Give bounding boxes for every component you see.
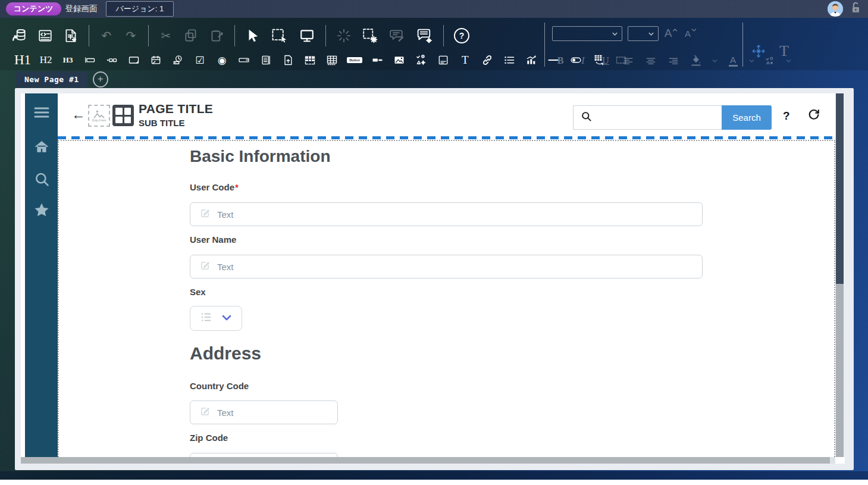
- radio-icon[interactable]: ◉: [215, 52, 229, 68]
- field-label-user-code: User Code*: [190, 182, 239, 192]
- help-question-glyph: ?: [454, 28, 469, 43]
- toolbar: ↶ ↷ ✂: [0, 18, 868, 70]
- image-drop-placeholder[interactable]: Drop it here: [88, 105, 110, 127]
- user-name-text-input[interactable]: [216, 255, 702, 279]
- comment-edit-icon[interactable]: [388, 27, 405, 44]
- fill-color-caret[interactable]: [712, 52, 717, 69]
- tab-new-page-1[interactable]: New Page #1: [16, 71, 87, 87]
- timepicker-icon[interactable]: [171, 52, 185, 68]
- bullet-list-icon[interactable]: [502, 52, 516, 68]
- select-cursor-icon[interactable]: [245, 27, 261, 44]
- select-area-icon[interactable]: [271, 27, 289, 44]
- table-icon[interactable]: [303, 52, 317, 68]
- symbol-color-caret[interactable]: [785, 52, 791, 69]
- design-panel: ← Drop it here PAGE TITLE SUB TITLE: [15, 88, 854, 470]
- cut-icon[interactable]: ✂: [159, 27, 173, 44]
- separator: [148, 25, 149, 46]
- font-increase-icon[interactable]: A: [664, 25, 678, 42]
- redo-icon[interactable]: ↷: [124, 27, 138, 44]
- font-family-select[interactable]: [552, 26, 622, 41]
- text-format-group: B I U A: [553, 52, 791, 69]
- align-right-icon[interactable]: [666, 52, 681, 69]
- align-left-icon[interactable]: [621, 52, 635, 69]
- heading2-icon[interactable]: H2: [39, 52, 53, 68]
- listbox-icon[interactable]: [259, 52, 273, 68]
- sex-select[interactable]: [190, 306, 242, 331]
- textarea-icon[interactable]: [127, 52, 141, 68]
- search-button[interactable]: Search: [722, 105, 772, 130]
- data-import-icon[interactable]: [12, 27, 27, 44]
- sub-title: SUB TITLE: [139, 118, 213, 128]
- link-icon[interactable]: [480, 52, 494, 68]
- search-icon[interactable]: [25, 170, 58, 190]
- italic-icon[interactable]: I: [576, 52, 590, 69]
- file-upload-icon[interactable]: [281, 52, 295, 68]
- drop-hint-label: Drop it here: [92, 119, 106, 122]
- country-code-text-input[interactable]: [216, 400, 337, 424]
- combobox-icon[interactable]: [237, 52, 251, 68]
- input-parts-icon[interactable]: [105, 52, 119, 68]
- paste-icon[interactable]: [209, 27, 224, 44]
- menu-icon[interactable]: [25, 102, 58, 123]
- help-icon[interactable]: ?: [454, 27, 469, 44]
- button-icon[interactable]: Button: [347, 52, 362, 68]
- heading1-icon[interactable]: H1: [14, 52, 31, 68]
- grid-table-icon[interactable]: [325, 52, 339, 68]
- refresh-icon[interactable]: [807, 108, 820, 123]
- textbox-icon[interactable]: [83, 52, 97, 68]
- text-icon[interactable]: T: [458, 52, 472, 68]
- chart-icon[interactable]: [524, 52, 538, 68]
- vertical-scrollbar[interactable]: [836, 93, 844, 457]
- add-tab-button[interactable]: +: [93, 71, 108, 87]
- checkbox-icon[interactable]: ☑: [193, 52, 207, 68]
- font-size-select[interactable]: [628, 26, 659, 41]
- user-avatar[interactable]: [828, 1, 843, 17]
- align-center-icon[interactable]: [644, 52, 658, 69]
- app-window: コンテンツ 登録画面 バージョン: 1: [0, 0, 868, 480]
- back-arrow-icon[interactable]: ←: [71, 108, 85, 121]
- image-icon[interactable]: [392, 52, 406, 68]
- toggle-small-icon[interactable]: [370, 52, 384, 68]
- zip-code-text-input[interactable]: [216, 453, 337, 457]
- panel-icon[interactable]: [436, 52, 450, 68]
- button-chip-label: Button: [347, 57, 362, 63]
- horizontal-scrollbar[interactable]: [21, 457, 835, 464]
- edit-pencil-icon: [200, 261, 210, 273]
- font-color-caret[interactable]: [748, 52, 754, 69]
- vertical-scrollbar-thumb[interactable]: [836, 93, 844, 284]
- heading3-icon[interactable]: H3: [61, 52, 75, 68]
- area-settings-icon[interactable]: [362, 27, 378, 44]
- page-help-icon[interactable]: ?: [783, 109, 790, 123]
- bold-icon[interactable]: B: [553, 52, 568, 69]
- design-canvas: ← Drop it here PAGE TITLE SUB TITLE: [21, 93, 835, 457]
- label-text: Country Code: [190, 381, 249, 391]
- fill-color-icon[interactable]: [689, 52, 703, 69]
- underline-icon[interactable]: U: [598, 52, 613, 69]
- font-color-icon[interactable]: A: [726, 52, 740, 69]
- undo-icon[interactable]: ↶: [99, 27, 114, 44]
- form-region: Basic Information User Code* User Name: [58, 140, 835, 457]
- search-input[interactable]: [597, 105, 722, 130]
- unlock-icon[interactable]: [849, 1, 862, 17]
- star-icon[interactable]: [25, 200, 58, 220]
- font-decrease-icon[interactable]: A: [684, 25, 698, 42]
- horizontal-scrollbar-thumb[interactable]: [21, 457, 830, 464]
- label-text: User Name: [190, 234, 236, 245]
- separator: [325, 25, 326, 46]
- field-label-user-name: User Name: [190, 234, 236, 245]
- symbols-icon[interactable]: [414, 52, 428, 68]
- home-icon[interactable]: [25, 137, 58, 157]
- snap-icon[interactable]: [336, 27, 352, 44]
- page-title: PAGE TITLE: [139, 102, 213, 116]
- source-code-icon[interactable]: [37, 27, 53, 44]
- symbol-color-icon[interactable]: [763, 52, 777, 69]
- copy-icon[interactable]: [183, 27, 199, 44]
- comment-settings-icon[interactable]: [415, 27, 433, 44]
- label-text: Zip Code: [190, 433, 228, 443]
- datepicker-icon[interactable]: [149, 52, 163, 68]
- preview-monitor-icon[interactable]: [299, 27, 315, 44]
- user-code-text-input[interactable]: [216, 202, 702, 226]
- file-export-icon[interactable]: [63, 27, 79, 44]
- list-icon: [200, 312, 212, 324]
- chevron-down-icon: [222, 313, 231, 324]
